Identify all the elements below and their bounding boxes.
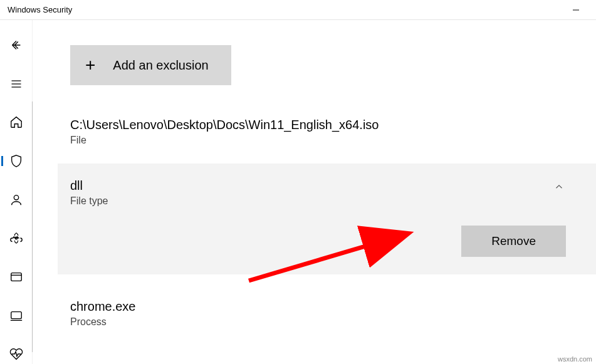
remove-button[interactable]: Remove (461, 226, 566, 257)
svg-point-5 (14, 195, 18, 199)
chevron-up-icon[interactable] (553, 181, 578, 192)
sidebar-item-home[interactable] (1, 112, 31, 132)
sidebar-item-app-browser[interactable] (1, 267, 31, 287)
exclusion-item[interactable]: chrome.exe Process (70, 297, 558, 345)
exclusion-item-expanded: dll File type Remove (58, 164, 596, 274)
watermark: wsxdn.com (558, 355, 592, 363)
exclusion-path: chrome.exe (70, 299, 558, 314)
sidebar-item-device-performance[interactable] (1, 344, 31, 364)
exclusion-type: File (70, 135, 558, 146)
add-exclusion-label: Add an exclusion (113, 58, 208, 73)
sidebar-item-account[interactable] (1, 190, 31, 210)
window-title: Windows Security (8, 5, 72, 14)
back-button[interactable] (1, 35, 31, 55)
exclusion-type: File type (70, 195, 108, 207)
sidebar-item-device-security[interactable] (1, 306, 31, 326)
svg-rect-7 (11, 273, 21, 281)
exclusion-path: dll (70, 179, 108, 193)
exclusion-item[interactable]: C:\Users\Lenovo\Desktop\Docs\Win11_Engli… (70, 115, 558, 164)
sidebar-item-virus-protection[interactable] (1, 151, 31, 171)
exclusion-path: C:\Users\Lenovo\Desktop\Docs\Win11_Engli… (70, 118, 558, 132)
plus-icon: + (85, 56, 95, 74)
minimize-button[interactable] (563, 3, 588, 18)
add-exclusion-button[interactable]: + Add an exclusion (70, 45, 231, 85)
sidebar-item-firewall[interactable] (1, 228, 31, 248)
svg-rect-9 (11, 311, 21, 318)
menu-button[interactable] (1, 74, 31, 94)
exclusion-type: Process (70, 316, 558, 328)
